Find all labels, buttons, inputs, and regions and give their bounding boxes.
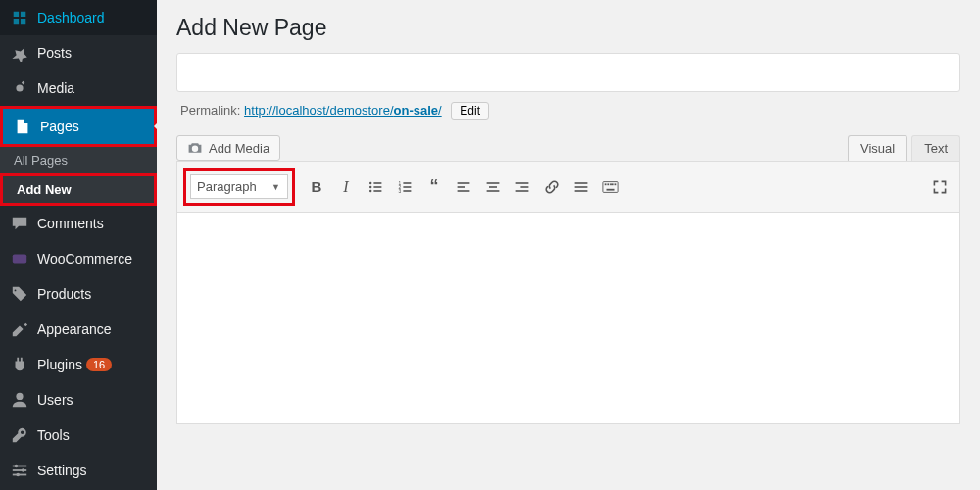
format-highlight: Paragraph bbox=[183, 168, 295, 206]
fullscreen-icon bbox=[932, 179, 948, 195]
align-center-icon bbox=[485, 179, 501, 195]
users-icon bbox=[10, 390, 29, 410]
admin-sidebar: Dashboard Posts Media Pages All Pages Ad… bbox=[0, 0, 157, 490]
svg-rect-21 bbox=[403, 190, 411, 192]
settings-icon bbox=[10, 461, 29, 480]
tab-text[interactable]: Text bbox=[911, 135, 960, 161]
sidebar-label: WooCommerce bbox=[37, 251, 132, 267]
editor-content-area[interactable] bbox=[177, 213, 959, 423]
svg-point-10 bbox=[369, 181, 371, 183]
number-list-button[interactable]: 123 bbox=[391, 173, 418, 201]
editor-toolbar: Paragraph B I 123 “ bbox=[177, 162, 959, 213]
add-media-label: Add Media bbox=[209, 141, 270, 156]
sidebar-label: Comments bbox=[37, 216, 104, 231]
quote-button[interactable]: “ bbox=[420, 173, 448, 201]
pages-icon bbox=[13, 117, 32, 136]
svg-point-8 bbox=[16, 473, 20, 477]
post-title-input[interactable] bbox=[176, 53, 960, 92]
more-icon bbox=[573, 179, 589, 195]
plugin-icon bbox=[10, 355, 29, 374]
svg-point-14 bbox=[369, 189, 371, 191]
link-icon bbox=[544, 179, 560, 195]
sidebar-item-woocommerce[interactable]: WooCommerce bbox=[0, 241, 157, 276]
appearance-icon bbox=[10, 319, 29, 339]
sidebar-subitem-label: Add New bbox=[17, 182, 72, 197]
main-content: Add New Page Permalink: http://localhost… bbox=[157, 0, 980, 490]
tab-visual[interactable]: Visual bbox=[848, 135, 907, 161]
media-icon bbox=[10, 78, 29, 98]
sidebar-item-settings[interactable]: Settings bbox=[0, 453, 157, 488]
number-list-icon: 123 bbox=[397, 179, 413, 195]
align-left-button[interactable] bbox=[450, 173, 477, 201]
sidebar-item-plugins[interactable]: Plugins 16 bbox=[0, 347, 157, 382]
sidebar-item-posts[interactable]: Posts bbox=[0, 35, 157, 71]
align-right-button[interactable] bbox=[509, 173, 536, 201]
svg-point-0 bbox=[16, 84, 23, 91]
editor: Paragraph B I 123 “ bbox=[176, 161, 960, 424]
svg-rect-13 bbox=[373, 186, 381, 188]
sidebar-label: Plugins bbox=[37, 357, 82, 372]
italic-icon: I bbox=[343, 178, 348, 196]
align-right-icon bbox=[514, 179, 530, 195]
editor-tabs: Visual Text bbox=[848, 135, 960, 161]
svg-rect-19 bbox=[403, 186, 411, 188]
bullet-list-icon bbox=[368, 179, 383, 195]
svg-rect-22 bbox=[458, 182, 470, 184]
sidebar-item-pages[interactable]: Pages bbox=[0, 106, 157, 147]
italic-button[interactable]: I bbox=[332, 173, 360, 201]
svg-rect-15 bbox=[373, 190, 381, 192]
sidebar-item-dashboard[interactable]: Dashboard bbox=[0, 0, 157, 35]
sidebar-item-users[interactable]: Users bbox=[0, 382, 157, 417]
svg-rect-24 bbox=[458, 190, 470, 192]
svg-point-2 bbox=[16, 393, 23, 400]
link-button[interactable] bbox=[538, 173, 565, 201]
dashboard-icon bbox=[10, 8, 29, 27]
sidebar-label: Dashboard bbox=[37, 10, 105, 25]
svg-rect-40 bbox=[607, 188, 615, 190]
edit-slug-button[interactable]: Edit bbox=[451, 102, 489, 120]
plugin-badge: 16 bbox=[86, 358, 112, 371]
svg-rect-30 bbox=[516, 190, 529, 192]
more-button[interactable] bbox=[567, 173, 595, 201]
svg-rect-23 bbox=[458, 186, 466, 188]
svg-rect-1 bbox=[13, 255, 26, 264]
sidebar-item-products[interactable]: Products bbox=[0, 276, 157, 312]
bullet-list-button[interactable] bbox=[362, 173, 389, 201]
svg-rect-32 bbox=[575, 186, 588, 188]
svg-rect-33 bbox=[575, 190, 588, 192]
svg-point-12 bbox=[369, 185, 371, 187]
add-media-button[interactable]: Add Media bbox=[176, 135, 280, 161]
sidebar-label: Appearance bbox=[37, 321, 112, 337]
svg-point-6 bbox=[15, 465, 19, 468]
sidebar-label: Users bbox=[37, 392, 74, 408]
bold-icon: B bbox=[312, 178, 322, 195]
sidebar-label: Posts bbox=[37, 45, 72, 61]
align-center-button[interactable] bbox=[479, 173, 507, 201]
sidebar-item-comments[interactable]: Comments bbox=[0, 206, 157, 241]
svg-rect-39 bbox=[615, 183, 617, 185]
format-select[interactable]: Paragraph bbox=[190, 174, 288, 199]
woo-icon bbox=[10, 249, 29, 269]
sidebar-subitem-all-pages[interactable]: All Pages bbox=[0, 147, 157, 173]
permalink-link[interactable]: http://localhost/demostore/on-sale/ bbox=[244, 103, 442, 118]
sidebar-label: Media bbox=[37, 80, 74, 96]
sidebar-item-tools[interactable]: Tools bbox=[0, 417, 157, 453]
svg-rect-29 bbox=[520, 186, 528, 188]
product-icon bbox=[10, 284, 29, 304]
fullscreen-button[interactable] bbox=[926, 173, 954, 201]
align-left-icon bbox=[456, 179, 471, 195]
sidebar-item-media[interactable]: Media bbox=[0, 71, 157, 106]
page-title: Add New Page bbox=[176, 15, 960, 41]
svg-rect-17 bbox=[403, 182, 411, 184]
sidebar-subitem-add-new[interactable]: Add New bbox=[0, 173, 157, 206]
toolbar-toggle-button[interactable] bbox=[597, 173, 624, 201]
bold-button[interactable]: B bbox=[303, 173, 330, 201]
sidebar-item-appearance[interactable]: Appearance bbox=[0, 312, 157, 347]
camera-icon bbox=[187, 140, 203, 156]
comment-icon bbox=[10, 214, 29, 233]
keyboard-icon bbox=[602, 179, 619, 195]
sidebar-label: Settings bbox=[37, 463, 87, 478]
permalink-label: Permalink: bbox=[180, 103, 240, 118]
svg-point-9 bbox=[193, 147, 196, 150]
svg-rect-35 bbox=[605, 183, 607, 185]
